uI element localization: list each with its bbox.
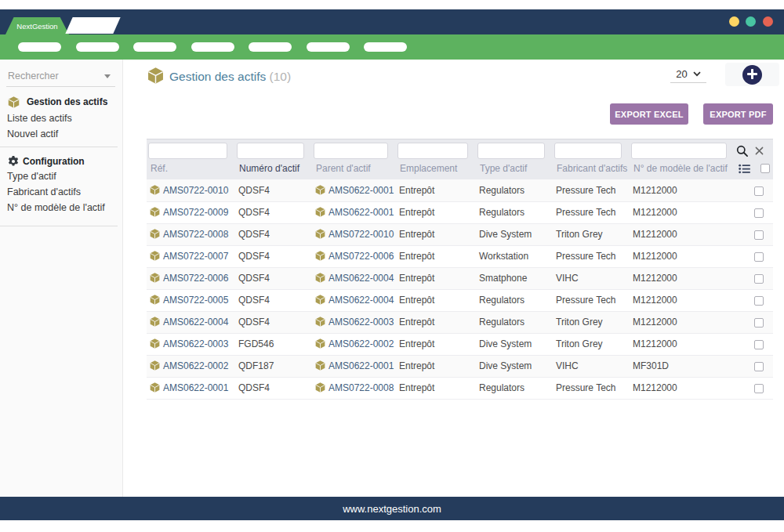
ref-link[interactable]: AMS0622-0003 xyxy=(163,338,228,349)
cell-emplacement: Entrepôt xyxy=(396,333,476,355)
parent-link[interactable]: AMS0622-0003 xyxy=(328,317,394,328)
main-nav-bar xyxy=(0,34,784,60)
window-close-dot[interactable] xyxy=(763,16,773,27)
box-icon xyxy=(147,67,164,84)
sidebar-item-fabricant-dactifs[interactable]: Fabricant d'actifs xyxy=(7,184,81,200)
parent-link[interactable]: AMS0722-0010 xyxy=(328,229,394,240)
ref-link[interactable]: AMS0722-0009 xyxy=(163,207,228,218)
table-row: AMS0622-0002 QDF187 AMS0622-0001 Entrepô… xyxy=(147,355,773,377)
row-checkbox[interactable] xyxy=(754,384,764,393)
col-header-parent[interactable]: Parent d'actif xyxy=(312,161,396,179)
cell-ref: AMS0622-0002 xyxy=(147,355,235,377)
window-minimize-dot[interactable] xyxy=(729,16,739,27)
cell-numero: QDSF4 xyxy=(235,267,312,289)
row-checkbox[interactable] xyxy=(754,318,764,328)
row-checkbox[interactable] xyxy=(754,186,764,196)
browser-tab-placeholder[interactable] xyxy=(65,17,120,34)
col-header-ref[interactable]: Réf. xyxy=(147,161,235,179)
filter-input-parent[interactable] xyxy=(314,143,388,159)
cell-emplacement: Entrepôt xyxy=(396,289,476,311)
filter-input-ref[interactable] xyxy=(148,143,227,159)
parent-link[interactable]: AMS0622-0004 xyxy=(328,295,394,306)
parent-link[interactable]: AMS0722-0006 xyxy=(328,251,394,262)
parent-link[interactable]: AMS0622-0001 xyxy=(328,185,394,196)
ref-link[interactable]: AMS0722-0008 xyxy=(163,229,228,240)
col-header-fabricant[interactable]: Fabricant d'actifs xyxy=(553,161,630,179)
cell-fabricant: Triton Grey xyxy=(553,223,630,245)
cell-type: Regulators xyxy=(476,289,553,311)
parent-link[interactable]: AMS0622-0001 xyxy=(328,207,394,218)
col-header-modele[interactable]: N° de modèle de l'actif xyxy=(630,161,735,179)
nav-menu-placeholder[interactable] xyxy=(76,42,119,52)
cell-numero: QDF187 xyxy=(235,355,312,377)
filter-input-emplacement[interactable] xyxy=(397,143,468,159)
export-excel-button[interactable]: EXPORT EXCEL xyxy=(610,103,688,125)
nav-menu-placeholder[interactable] xyxy=(133,42,176,52)
cell-emplacement: Entrepôt xyxy=(396,223,476,245)
box-icon xyxy=(150,382,160,393)
ref-link[interactable]: AMS0622-0002 xyxy=(163,360,228,371)
filter-input-type[interactable] xyxy=(477,143,545,159)
cell-parent: AMS0622-0001 xyxy=(312,355,396,377)
ref-link[interactable]: AMS0722-0005 xyxy=(163,295,228,306)
col-header-emplacement[interactable]: Emplacement xyxy=(396,161,476,179)
sidebar-item-modele-actif[interactable]: N° de modèle de l'actif xyxy=(7,200,105,215)
row-checkbox[interactable] xyxy=(754,340,764,349)
list-icon[interactable] xyxy=(739,164,750,174)
cell-fabricant: Pressure Tech xyxy=(553,179,630,201)
row-checkbox[interactable] xyxy=(754,362,764,371)
cell-numero: QDSF4 xyxy=(235,289,312,311)
col-header-numero[interactable]: Numéro d'actif xyxy=(235,161,312,179)
cell-ref: AMS0722-0005 xyxy=(147,289,235,311)
filter-input-fabricant[interactable] xyxy=(554,143,622,159)
gear-icon xyxy=(8,156,19,167)
cell-modele: M1212000 xyxy=(630,223,735,245)
ref-link[interactable]: AMS0622-0001 xyxy=(163,382,228,393)
sidebar-search-select[interactable]: Rechercher xyxy=(6,66,115,87)
row-checkbox[interactable] xyxy=(754,274,764,284)
box-icon xyxy=(315,229,325,239)
filter-input-numero[interactable] xyxy=(237,143,304,159)
row-checkbox[interactable] xyxy=(754,296,764,306)
table-body: AMS0722-0010 QDSF4 AMS0622-0001 Entrepôt… xyxy=(147,179,773,399)
export-pdf-button[interactable]: EXPORT PDF xyxy=(703,103,773,125)
box-icon xyxy=(315,295,325,305)
ref-link[interactable]: AMS0722-0006 xyxy=(163,273,228,284)
clear-filters-icon[interactable] xyxy=(755,147,764,155)
parent-link[interactable]: AMS0622-0001 xyxy=(328,360,394,371)
table-row: AMS0722-0010 QDSF4 AMS0622-0001 Entrepôt… xyxy=(147,179,773,201)
ref-link[interactable]: AMS0722-0010 xyxy=(163,185,228,196)
sidebar-item-type-dactif[interactable]: Type d'actif xyxy=(7,168,56,184)
browser-tab-active[interactable]: NextGestion xyxy=(5,17,69,34)
add-asset-button[interactable] xyxy=(742,65,762,85)
filter-input-modele[interactable] xyxy=(631,143,727,159)
sidebar-item-nouvel-actif[interactable]: Nouvel actif xyxy=(7,126,58,142)
box-icon xyxy=(150,317,160,327)
parent-link[interactable]: AMS0722-0008 xyxy=(328,382,394,393)
nav-menu-placeholder[interactable] xyxy=(307,42,350,52)
sidebar: Rechercher Gestion des actifs Liste des … xyxy=(0,60,123,497)
parent-link[interactable]: AMS0622-0002 xyxy=(328,338,394,349)
row-checkbox[interactable] xyxy=(754,208,764,218)
ref-link[interactable]: AMS0622-0004 xyxy=(163,317,228,328)
row-checkbox[interactable] xyxy=(754,230,764,240)
window-maximize-dot[interactable] xyxy=(746,16,756,27)
cell-modele: MF301D xyxy=(630,355,735,377)
page-size-select[interactable]: 20 xyxy=(670,66,706,83)
cell-parent: AMS0622-0001 xyxy=(312,201,396,223)
col-header-type[interactable]: Type d'actif xyxy=(476,161,553,179)
ref-link[interactable]: AMS0722-0007 xyxy=(163,251,228,262)
select-all-checkbox[interactable] xyxy=(760,164,770,173)
box-icon xyxy=(150,295,160,305)
nav-menu-placeholder[interactable] xyxy=(249,42,292,52)
cell-parent: AMS0722-0008 xyxy=(312,377,396,399)
nav-menu-placeholder[interactable] xyxy=(18,42,61,52)
nav-menu-placeholder[interactable] xyxy=(191,42,234,52)
row-checkbox[interactable] xyxy=(754,252,764,262)
table-row: AMS0722-0005 QDSF4 AMS0622-0004 Entrepôt… xyxy=(147,289,773,311)
parent-link[interactable]: AMS0622-0004 xyxy=(328,273,394,284)
sidebar-item-liste-des-actifs[interactable]: Liste des actifs xyxy=(7,110,72,126)
search-icon[interactable] xyxy=(736,145,748,157)
cell-modele: M1212000 xyxy=(630,333,735,355)
nav-menu-placeholder[interactable] xyxy=(364,42,407,52)
